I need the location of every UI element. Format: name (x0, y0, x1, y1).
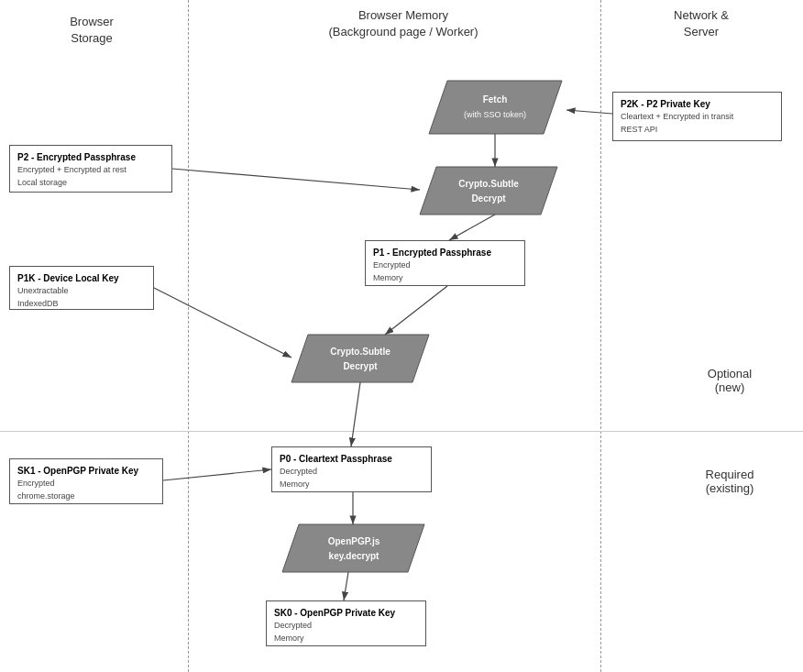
openpgp-shape: OpenPGP.js key.decrypt (282, 524, 424, 572)
crypto-decrypt2-shape: Crypto.Subtle Decrypt (292, 335, 429, 382)
divider-left (188, 0, 189, 672)
h-separator (0, 431, 803, 432)
arrow-decrypt1-p1 (449, 215, 495, 240)
svg-text:key.decrypt: key.decrypt (329, 551, 380, 561)
p2-title: P2 - Encrypted Passphrase (17, 150, 164, 164)
sk1-line1: Encrypted (17, 478, 155, 490)
sk0-line1: Decrypted (274, 620, 418, 633)
required-label: Required(existing) (675, 468, 785, 495)
optional-label: Optional(new) (675, 367, 785, 394)
p2k-title: P2K - P2 Private Key (621, 97, 774, 111)
browser-storage-header: Browser Storage (9, 14, 174, 47)
svg-text:Decrypt: Decrypt (471, 193, 506, 204)
arrow-sk1-p0 (163, 469, 271, 480)
p0-line2: Memory (280, 479, 424, 491)
p1k-line1: Unextractable (17, 285, 146, 298)
arrow-p1k-decrypt2 (154, 288, 292, 358)
sk1-line2: chrome.storage (17, 490, 155, 503)
p2-line1: Encrypted + Encrypted at rest (17, 164, 164, 177)
p2k-line1: Cleartext + Encrypted in transit (621, 111, 774, 124)
diagram: Browser Storage Browser Memory (Backgrou… (0, 0, 803, 672)
sk0-line2: Memory (274, 633, 418, 645)
svg-marker-9 (282, 524, 424, 572)
svg-text:(with SSO token): (with SSO token) (464, 110, 526, 119)
svg-text:Crypto.Subtle: Crypto.Subtle (458, 179, 519, 189)
p1-box: P1 - Encrypted Passphrase Encrypted Memo… (365, 240, 525, 286)
p1-line2: Memory (373, 272, 517, 285)
crypto-decrypt1-shape: Crypto.Subtle Decrypt (420, 167, 557, 215)
svg-marker-6 (292, 335, 429, 382)
svg-marker-3 (420, 167, 557, 215)
svg-marker-0 (429, 81, 562, 134)
p0-box: P0 - Cleartext Passphrase Decrypted Memo… (271, 446, 432, 492)
browser-memory-header: Browser Memory (Background page / Worker… (238, 7, 568, 40)
p2k-line2: REST API (621, 124, 774, 137)
arrow-p2k-fetch (566, 110, 612, 114)
p0-title: P0 - Cleartext Passphrase (280, 452, 424, 466)
sk0-box: SK0 - OpenPGP Private Key Decrypted Memo… (266, 600, 426, 646)
arrow-p2-decrypt1 (172, 169, 420, 190)
p1k-box: P1K - Device Local Key Unextractable Ind… (9, 266, 154, 310)
fetch-shape: Fetch (with SSO token) (429, 81, 562, 134)
svg-text:OpenPGP.js: OpenPGP.js (328, 536, 380, 546)
p2k-box: P2K - P2 Private Key Cleartext + Encrypt… (612, 92, 782, 141)
p1-title: P1 - Encrypted Passphrase (373, 246, 517, 259)
p2-box: P2 - Encrypted Passphrase Encrypted + En… (9, 145, 172, 193)
arrow-openpgp-sk0 (344, 572, 348, 600)
arrow-p1-decrypt2 (385, 286, 447, 335)
p2-line2: Local storage (17, 177, 164, 190)
svg-text:Decrypt: Decrypt (343, 361, 378, 371)
svg-text:Fetch: Fetch (483, 94, 508, 105)
p0-line1: Decrypted (280, 466, 424, 479)
p1k-title: P1K - Device Local Key (17, 271, 146, 285)
network-server-header: Network & Server (610, 7, 793, 40)
divider-right (600, 0, 601, 672)
sk0-title: SK0 - OpenPGP Private Key (274, 606, 418, 620)
arrow-decrypt2-p0 (351, 382, 360, 446)
sk1-box: SK1 - OpenPGP Private Key Encrypted chro… (9, 458, 163, 504)
p1-line1: Encrypted (373, 259, 517, 272)
sk1-title: SK1 - OpenPGP Private Key (17, 464, 155, 478)
svg-text:Crypto.Subtle: Crypto.Subtle (330, 347, 390, 357)
p1k-line2: IndexedDB (17, 298, 146, 311)
